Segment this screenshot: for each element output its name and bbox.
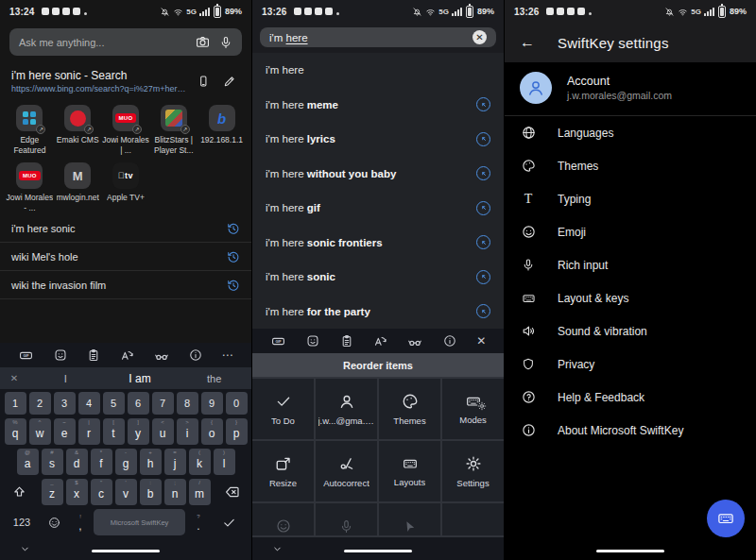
- tile-modes[interactable]: Modes: [442, 379, 504, 439]
- letter-key[interactable]: >i: [177, 418, 198, 445]
- letter-key[interactable]: "c: [91, 479, 112, 505]
- letter-key[interactable]: @a: [17, 449, 39, 475]
- letter-key[interactable]: (k: [189, 449, 211, 475]
- search-input[interactable]: Ask me anything...: [9, 28, 242, 56]
- letter-key[interactable]: +h: [140, 449, 162, 475]
- shortcut-router[interactable]: b 192.168.1.1: [198, 105, 246, 155]
- tile-themes[interactable]: Themes: [379, 379, 440, 439]
- letter-key[interactable]: 'v: [115, 479, 137, 505]
- number-key[interactable]: 3: [54, 392, 76, 415]
- suggestion-item[interactable]: i'm here lyrics: [252, 122, 504, 157]
- letter-key[interactable]: -g: [115, 449, 137, 475]
- letter-key[interactable]: {o: [201, 418, 223, 445]
- fill-query-arrow-icon[interactable]: [476, 166, 490, 180]
- tile-emoji-partial[interactable]: [252, 503, 314, 535]
- open-keyboard-fab[interactable]: [707, 500, 745, 537]
- history-item[interactable]: wiki the invasion film: [0, 271, 251, 299]
- letter-key[interactable]: *f: [91, 449, 112, 475]
- fill-query-arrow-icon[interactable]: [476, 97, 490, 111]
- letter-key[interactable]: /m: [189, 479, 211, 505]
- letter-key[interactable]: }p: [226, 418, 248, 445]
- incognito-icon[interactable]: [154, 348, 169, 363]
- letter-key[interactable]: $x: [66, 479, 88, 505]
- info-icon[interactable]: [443, 334, 456, 348]
- history-item[interactable]: i'm here sonic: [0, 214, 251, 243]
- more-icon[interactable]: ⋯: [222, 348, 234, 362]
- tile-autocorrect[interactable]: Autocorrect: [316, 441, 377, 501]
- comma-key[interactable]: !,: [70, 509, 91, 535]
- close-panel-icon[interactable]: ✕: [476, 334, 486, 348]
- settings-item-help-feedback[interactable]: Help & Feedback: [505, 381, 756, 414]
- letter-key[interactable]: |r: [78, 418, 100, 445]
- tile-resize[interactable]: Resize: [252, 441, 314, 501]
- camera-icon[interactable]: [196, 35, 210, 49]
- letter-key[interactable]: )l: [214, 449, 235, 475]
- tile-account[interactable]: j.w...@gma.....: [316, 379, 377, 439]
- number-key[interactable]: 6: [128, 392, 149, 415]
- gif-icon[interactable]: [18, 348, 34, 363]
- translate-icon[interactable]: [120, 348, 134, 363]
- shortcut-mwlogin[interactable]: M mwlogin.net: [54, 162, 102, 212]
- settings-item-typing[interactable]: T Typing: [505, 182, 756, 215]
- current-page-row[interactable]: i'm here sonic - Search https://www.bing…: [0, 63, 251, 101]
- letter-key[interactable]: ^w: [29, 418, 51, 445]
- shortcut-edge-featured[interactable]: ↗ Edge Featured: [6, 105, 54, 155]
- settings-item-privacy[interactable]: Privacy: [505, 348, 756, 381]
- back-icon[interactable]: ←: [520, 34, 535, 51]
- tile-cursor-partial[interactable]: [379, 503, 440, 535]
- suggestion-item[interactable]: i'm here: [252, 53, 504, 88]
- letter-key[interactable]: #s: [42, 449, 63, 475]
- prediction-1[interactable]: I: [28, 373, 103, 384]
- number-key[interactable]: 0: [226, 392, 248, 415]
- settings-item-rich-input[interactable]: Rich input: [505, 248, 756, 281]
- letter-key[interactable]: =j: [164, 449, 186, 475]
- settings-item-sound-vibration[interactable]: Sound & vibration: [505, 314, 756, 348]
- letter-key[interactable]: :b: [140, 479, 162, 505]
- enter-key[interactable]: [212, 509, 246, 535]
- suggestion-item[interactable]: i'm here meme: [252, 88, 504, 123]
- translate-icon[interactable]: [373, 334, 387, 348]
- shortcut-apple-tv[interactable]: tv Apple TV+: [102, 162, 150, 212]
- clipboard-icon[interactable]: [87, 348, 100, 362]
- settings-item-themes[interactable]: Themes: [505, 149, 756, 182]
- number-key[interactable]: 2: [29, 392, 51, 415]
- tile-layouts[interactable]: Layouts: [379, 441, 440, 501]
- shift-key[interactable]: [5, 479, 33, 505]
- shortcut-jowi-morales-1[interactable]: MUO↗ Jowi Morales | ...: [102, 105, 150, 155]
- collapse-keyboard-icon[interactable]: [19, 543, 31, 555]
- tile-voice-partial[interactable]: [316, 503, 377, 535]
- info-icon[interactable]: [189, 348, 202, 362]
- letter-key[interactable]: <u: [152, 418, 174, 445]
- settings-item-about[interactable]: About Microsoft SwiftKey: [505, 414, 756, 447]
- close-predictions-icon[interactable]: ✕: [0, 373, 28, 383]
- prediction-2[interactable]: I am: [103, 372, 178, 385]
- number-key[interactable]: 8: [177, 392, 198, 415]
- mic-icon[interactable]: [219, 36, 232, 49]
- letter-key[interactable]: ~e: [54, 418, 76, 445]
- clipboard-icon[interactable]: [340, 334, 353, 348]
- shortcut-blitzstars[interactable]: ↗ BlitzStars | Player St...: [149, 105, 198, 155]
- settings-item-layout-keys[interactable]: Layout & keys: [505, 281, 756, 314]
- tile-settings[interactable]: Settings: [442, 441, 504, 501]
- history-item[interactable]: wiki Mel's hole: [0, 243, 251, 271]
- letter-key[interactable]: _z: [42, 479, 63, 505]
- search-input[interactable]: i'm here ✕: [260, 27, 496, 47]
- home-gesture-bar[interactable]: [344, 550, 412, 553]
- prediction-3[interactable]: the: [177, 373, 251, 384]
- space-key[interactable]: Microsoft SwiftKey: [94, 509, 185, 535]
- incognito-icon[interactable]: [407, 334, 422, 348]
- emoji-key[interactable]: [41, 509, 67, 535]
- copy-icon[interactable]: [197, 75, 210, 88]
- number-key[interactable]: 1: [5, 392, 26, 415]
- settings-item-languages[interactable]: Languages: [505, 116, 756, 149]
- shortcut-jowi-morales-2[interactable]: MUO Jowi Morales - ...: [6, 162, 54, 212]
- fill-query-arrow-icon[interactable]: [476, 270, 490, 284]
- suggestion-item[interactable]: i'm here for the party: [252, 295, 504, 330]
- suggestion-item[interactable]: i'm here sonic: [252, 260, 504, 295]
- number-key[interactable]: 5: [103, 392, 125, 415]
- letter-key[interactable]: [t: [103, 418, 125, 445]
- home-gesture-bar[interactable]: [92, 550, 160, 553]
- fill-query-arrow-icon[interactable]: [476, 304, 490, 318]
- shortcut-emaki-cms[interactable]: ↗ Emaki CMS: [54, 105, 102, 155]
- number-key[interactable]: 4: [78, 392, 100, 415]
